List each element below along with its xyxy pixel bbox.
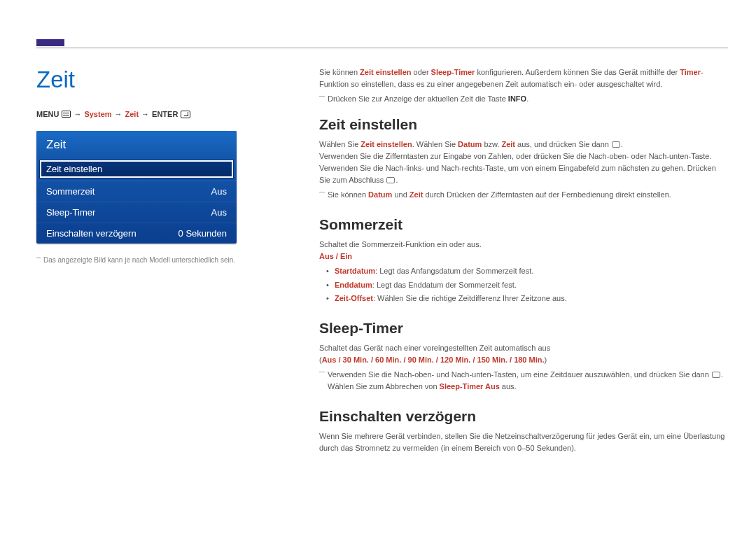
sec2-p1: Schaltet die Sommerzeit-Funktion ein ode… (319, 239, 728, 251)
page-title: Zeit (36, 66, 271, 93)
highlight-sleep-timer: Sleep-Timer (431, 68, 475, 76)
highlight-zeit-offset: Zeit-Offset (335, 294, 373, 302)
osd-item-label: Sommerzeit (46, 186, 94, 197)
highlight-sleep-options: Aus / 30 Min. / 60 Min. / 90 Min. / 120 … (322, 356, 545, 364)
sec3-options: (Aus / 30 Min. / 60 Min. / 90 Min. / 120… (319, 354, 728, 366)
osd-item-label: Sleep-Timer (46, 207, 95, 218)
enter-icon (386, 177, 395, 183)
osd-item-value: Aus (211, 186, 227, 197)
text: Sie können (319, 68, 360, 76)
text: konfigurieren. Außerdem können Sie das G… (475, 68, 680, 76)
text: durch Drücken der Zifferntasten auf der … (423, 190, 671, 199)
highlight-startdatum: Startdatum (335, 267, 375, 275)
text: : Wählen Sie die richtige Zeitdifferenz … (373, 294, 567, 302)
osd-footnote: Das angezeigte Bild kann je nach Modell … (36, 256, 271, 264)
highlight-sleep-timer-aus: Sleep-Timer Aus (440, 382, 500, 391)
enter-icon (712, 372, 720, 378)
text: bzw. (482, 140, 501, 148)
osd-item-value: Aus (211, 207, 227, 218)
breadcrumb-arrow: → (74, 110, 81, 118)
osd-title: Zeit (36, 131, 237, 157)
sec1-p2: Verwenden Sie die Zifferntasten zur Eing… (319, 150, 728, 186)
intro-paragraph: Sie können Zeit einstellen oder Sleep-Ti… (319, 66, 728, 90)
breadcrumb-arrow: → (115, 110, 122, 118)
osd-item-sleep-timer[interactable]: Sleep-Timer Aus (36, 202, 237, 223)
right-column: Sie können Zeit einstellen oder Sleep-Ti… (319, 66, 728, 454)
osd-item-label: Einschalten verzögern (46, 228, 136, 239)
text: Drücken Sie zur Anzeige der aktuellen Ze… (328, 94, 508, 103)
highlight-datum: Datum (458, 140, 482, 148)
breadcrumb-menu-label: MENU (36, 110, 59, 118)
sec4-p1: Wenn Sie mehrere Gerät verbinden, stelle… (319, 430, 728, 454)
left-column: Zeit MENU → System → Zeit → ENTER Zeit Z… (36, 66, 271, 264)
page-tab-marker (36, 39, 64, 46)
text: : Legt das Anfangsdatum der Sommerzeit f… (375, 267, 533, 275)
text: Wählen Sie (319, 140, 360, 148)
text: . (396, 176, 398, 184)
text: ) (545, 356, 547, 364)
sec1-note: Sie können Datum und Zeit durch Drücken … (319, 189, 728, 201)
osd-item-einschalten-verzoegern[interactable]: Einschalten verzögern 0 Sekunden (36, 223, 237, 244)
text: oder (411, 68, 430, 76)
top-horizontal-rule (36, 48, 728, 48)
highlight-zeit: Zeit (501, 140, 515, 148)
highlight-zeit-einstellen: Zeit einstellen (360, 68, 411, 76)
sec3-note: Verwenden Sie die Nach-oben- und Nach-un… (319, 369, 728, 393)
highlight: Zeit einstellen (360, 140, 412, 148)
text: Sie können (328, 190, 368, 199)
enter-icon (181, 111, 190, 118)
highlight-zeit: Zeit (410, 190, 424, 199)
heading-zeit-einstellen: Zeit einstellen (319, 116, 728, 133)
sec2-toggle: Aus / Ein (319, 251, 728, 262)
breadcrumb-enter-label: ENTER (152, 110, 178, 118)
osd-panel: Zeit Zeit einstellen Sommerzeit Aus Slee… (36, 131, 237, 244)
text: . (621, 140, 623, 148)
highlight-datum: Datum (368, 190, 392, 199)
osd-item-label: Zeit einstellen (46, 164, 102, 174)
text: : Legt das Enddatum der Sommerzeit fest. (372, 281, 517, 289)
highlight-info: INFO (508, 94, 526, 103)
sec1-p1: Wählen Sie Zeit einstellen. Wählen Sie D… (319, 139, 728, 150)
heading-einschalten-verzoegern: Einschalten verzögern (319, 408, 728, 425)
text: aus, und drücken Sie dann (515, 140, 611, 148)
osd-item-zeit-einstellen[interactable]: Zeit einstellen (39, 160, 234, 178)
text: Verwenden Sie die Zifferntasten zur Eing… (319, 152, 716, 184)
intro-note: Drücken Sie zur Anzeige der aktuellen Ze… (319, 93, 728, 105)
text: und (392, 190, 409, 199)
text: . Wählen Sie (412, 140, 458, 148)
menu-icon (62, 111, 71, 118)
breadcrumb-arrow: → (141, 110, 149, 118)
text: Verwenden Sie die Nach-oben- und Nach-un… (328, 370, 711, 379)
text: aus. (500, 382, 517, 391)
list-item: Zeit-Offset: Wählen Sie die richtige Zei… (326, 293, 728, 304)
list-item: Startdatum: Legt das Anfangsdatum der So… (326, 265, 728, 277)
breadcrumb-zeit: Zeit (125, 110, 139, 118)
osd-item-sommerzeit[interactable]: Sommerzeit Aus (36, 181, 237, 202)
highlight-enddatum: Enddatum (335, 281, 372, 289)
highlight-timer: Timer (680, 68, 701, 76)
heading-sommerzeit: Sommerzeit (319, 216, 728, 233)
sec3-p1: Schaltet das Gerät nach einer voreingest… (319, 342, 728, 354)
enter-icon (612, 141, 620, 148)
text: . (526, 94, 528, 103)
breadcrumb: MENU → System → Zeit → ENTER (36, 110, 271, 118)
sec2-option-list: Startdatum: Legt das Anfangsdatum der So… (326, 265, 728, 304)
breadcrumb-system: System (84, 110, 111, 118)
osd-item-value: 0 Sekunden (178, 228, 227, 239)
highlight-aus-ein: Aus / Ein (319, 252, 352, 260)
list-item: Enddatum: Legt das Enddatum der Sommerze… (326, 279, 728, 291)
heading-sleep-timer: Sleep-Timer (319, 320, 728, 337)
